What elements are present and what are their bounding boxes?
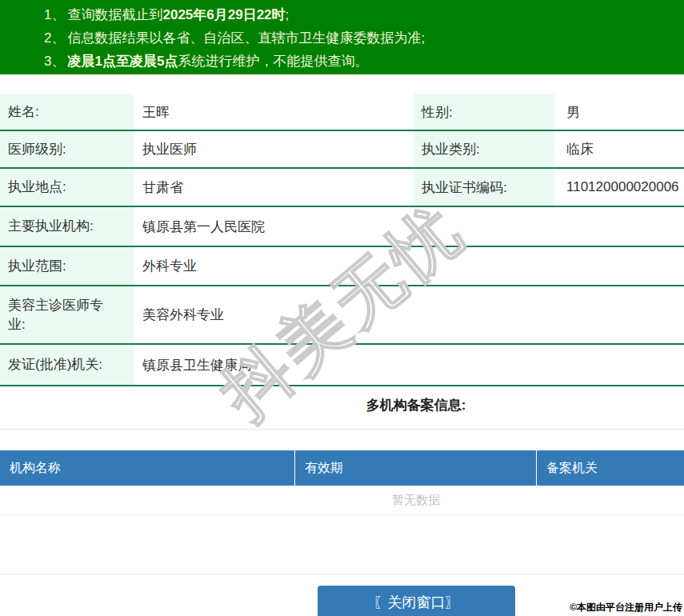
info-row-issuing-authority: 发证(批准)机关: 镇原县卫生健康局 xyxy=(0,345,684,386)
banner-note-2: 2、信息数据结果以各省、自治区、直辖市卫生健康委数据为准; xyxy=(44,26,676,50)
field-label-doctor-level: 医师级别: xyxy=(0,131,134,167)
note-text: 系统进行维护，不能提供查询。 xyxy=(178,54,368,69)
field-label-gender: 性别: xyxy=(414,94,554,130)
table-blank-area xyxy=(0,515,684,574)
note-bold-text: 凌晨1点至凌晨5点 xyxy=(67,54,178,69)
field-label-practice-scope: 执业范围: xyxy=(0,247,134,285)
column-header-validity-period: 有效期 xyxy=(294,450,536,486)
field-value-doctor-level: 执业医师 xyxy=(134,131,414,167)
info-row-main-institution: 主要执业机构: 镇原县第一人民医院 xyxy=(0,207,684,247)
banner-note-1: 1、查询数据截止到2025年6月29日22时; xyxy=(44,3,676,26)
multi-org-section-title: 多机构备案信息: xyxy=(0,398,684,414)
field-label-practice-category: 执业类别: xyxy=(414,131,554,167)
field-label-issuing-authority: 发证(批准)机关: xyxy=(0,345,134,385)
multi-org-header-row: 机构名称 有效期 备案机关 xyxy=(0,450,684,486)
field-label-main-institution: 主要执业机构: xyxy=(0,207,134,246)
field-label-name: 姓名: xyxy=(0,94,134,130)
field-value-license-number: 110120000020006 xyxy=(554,169,684,206)
info-row-level-category: 医师级别: 执业医师 执业类别: 临床 xyxy=(0,131,684,169)
column-header-filing-authority: 备案机关 xyxy=(536,450,684,486)
note-text: 查询数据截止到 xyxy=(67,7,162,22)
practitioner-query-result-page: 1、查询数据截止到2025年6月29日22时; 2、信息数据结果以各省、自治区、… xyxy=(0,0,684,616)
note-text: ; xyxy=(286,7,290,22)
field-value-cosmetic-specialty: 美容外科专业 xyxy=(134,286,684,343)
note-bold-text: 2025年6月29日22时 xyxy=(162,7,285,22)
section-divider xyxy=(0,429,684,430)
field-value-gender: 男 xyxy=(554,94,684,130)
field-label-cosmetic-specialty: 美容主诊医师专业: xyxy=(0,286,134,343)
banner-note-3: 3、凌晨1点至凌晨5点系统进行维护，不能提供查询。 xyxy=(44,50,676,73)
practitioner-info-table: 姓名: 王晖 性别: 男 医师级别: 执业医师 执业类别: 临床 执业地点: 甘… xyxy=(0,94,684,386)
note-number: 3、 xyxy=(44,54,65,69)
note-number: 1、 xyxy=(44,7,65,22)
field-value-practice-scope: 外科专业 xyxy=(134,247,684,285)
column-header-institution-name: 机构名称 xyxy=(0,450,294,486)
copyright-watermark: ©本图由平台注册用户上传 xyxy=(570,601,682,614)
info-row-cosmetic-specialty: 美容主诊医师专业: 美容外科专业 xyxy=(0,286,684,345)
field-label-license-number: 执业证书编码: xyxy=(414,169,554,206)
field-label-practice-location: 执业地点: xyxy=(0,169,134,206)
field-value-main-institution: 镇原县第一人民医院 xyxy=(134,207,684,246)
note-number: 2、 xyxy=(44,30,65,46)
field-value-practice-category: 临床 xyxy=(554,131,684,167)
close-window-button[interactable]: 〖关闭窗口〗 xyxy=(318,586,515,616)
field-value-practice-location: 甘肃省 xyxy=(134,169,414,206)
info-row-name-gender: 姓名: 王晖 性别: 男 xyxy=(0,94,684,131)
info-row-location-license: 执业地点: 甘肃省 执业证书编码: 110120000020006 xyxy=(0,169,684,207)
info-row-practice-scope: 执业范围: 外科专业 xyxy=(0,247,684,286)
note-text: 信息数据结果以各省、自治区、直辖市卫生健康委数据为准; xyxy=(67,30,425,46)
multi-org-table: 机构名称 有效期 备案机关 暂无数据 xyxy=(0,450,684,574)
field-value-issuing-authority: 镇原县卫生健康局 xyxy=(134,345,684,385)
field-value-name: 王晖 xyxy=(134,94,414,130)
empty-data-row: 暂无数据 xyxy=(0,486,684,515)
notice-banner: 1、查询数据截止到2025年6月29日22时; 2、信息数据结果以各省、自治区、… xyxy=(0,0,684,74)
